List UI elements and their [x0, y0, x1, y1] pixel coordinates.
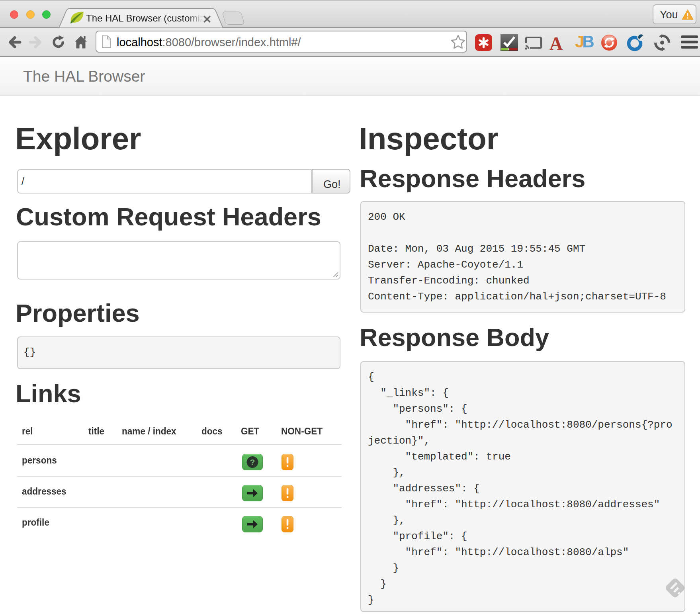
svg-text:?: ?: [250, 458, 255, 467]
